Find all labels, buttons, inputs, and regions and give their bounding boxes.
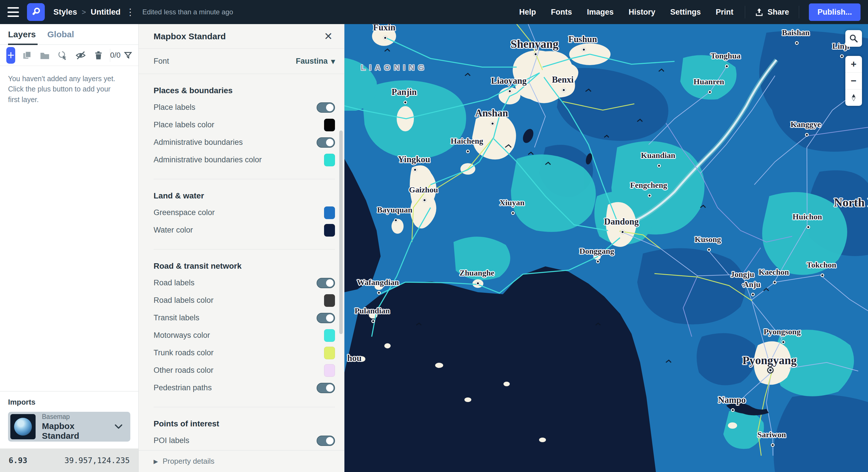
city-dot-gaizhou bbox=[423, 198, 427, 202]
nav-item-history[interactable]: History bbox=[629, 8, 655, 16]
place-labels-color-swatch[interactable] bbox=[324, 119, 335, 131]
city-dot-fengcheng bbox=[648, 194, 652, 198]
select-layer-icon[interactable] bbox=[57, 49, 68, 61]
map-search-button[interactable] bbox=[845, 30, 862, 47]
city-dot-pulandian bbox=[371, 319, 375, 323]
mapbox-logo-icon[interactable] bbox=[27, 3, 45, 21]
menu-icon[interactable] bbox=[7, 7, 19, 17]
city-dot-liaoyang bbox=[508, 90, 512, 93]
motorways-color-swatch[interactable] bbox=[324, 329, 335, 342]
city-dot-fuxin bbox=[383, 36, 387, 40]
toggle-knob bbox=[326, 437, 334, 444]
map-label-liaoyang: Liaoyang bbox=[491, 76, 527, 86]
transit-labels-toggle[interactable] bbox=[317, 313, 335, 323]
map-label-sariwon: Sariwon bbox=[757, 430, 786, 439]
map-label-bayuquan: Bayuquan bbox=[377, 205, 412, 214]
font-select[interactable]: Faustina ▾ bbox=[296, 57, 335, 66]
map-label-kuandian: Kuandian bbox=[641, 151, 675, 160]
map-label-tokchon: Tokchon bbox=[807, 260, 836, 270]
map-label-fushun: Fushun bbox=[568, 34, 597, 44]
panel-scrollbar-thumb[interactable] bbox=[339, 131, 343, 334]
empty-layers-message: You haven't added any layers yet. Click … bbox=[0, 66, 126, 112]
place-labels-toggle[interactable] bbox=[317, 102, 335, 113]
map-label-pyongsong: Pyongsong bbox=[764, 327, 801, 336]
globe-icon bbox=[14, 418, 32, 436]
duplicate-layer-icon[interactable] bbox=[22, 49, 32, 61]
share-button[interactable]: Share bbox=[755, 8, 789, 16]
basemap-import-item[interactable]: Basemap Mapbox Standard bbox=[8, 412, 130, 442]
greenspace-color-swatch[interactable] bbox=[324, 206, 335, 219]
other-roads-color-swatch[interactable] bbox=[324, 364, 335, 377]
map-label-baishan: Baishan bbox=[782, 28, 810, 37]
city-dot-huanren bbox=[708, 90, 712, 94]
mapbox-standard-panel: Mapbox Standard ✕ Font Faustina ▾ Places… bbox=[138, 24, 344, 472]
compass-button[interactable] bbox=[845, 89, 862, 106]
breadcrumb-section[interactable]: Styles bbox=[53, 7, 77, 16]
map-label-kaechon: Kaechon bbox=[758, 268, 789, 277]
poi-labels-label: POI labels bbox=[154, 436, 189, 445]
map-label-gaizhou: Gaizhou bbox=[409, 185, 438, 194]
map-label-jongju: Jongju bbox=[731, 270, 754, 279]
administrative-boundaries-toggle[interactable] bbox=[317, 137, 335, 148]
map-label-haicheng: Haicheng bbox=[451, 136, 484, 146]
add-layer-button[interactable]: + bbox=[6, 47, 15, 64]
water-color-swatch[interactable] bbox=[324, 224, 335, 237]
city-dot-pyongsong bbox=[781, 340, 785, 344]
trunk-roads-color-swatch[interactable] bbox=[324, 347, 335, 359]
publish-button[interactable]: Publish... bbox=[809, 3, 861, 21]
road-labels-color-swatch[interactable] bbox=[324, 294, 335, 307]
section-divider bbox=[154, 179, 335, 179]
hide-layer-eye-off-icon[interactable] bbox=[75, 49, 86, 61]
trunk-roads-color-label: Trunk roads color bbox=[154, 348, 214, 357]
row-motorways-color: Motorways color bbox=[154, 327, 335, 344]
property-details-toggle[interactable]: ▶ Property details bbox=[138, 450, 344, 472]
pedestrian-paths-toggle[interactable] bbox=[317, 383, 335, 393]
chevron-down-icon[interactable] bbox=[114, 424, 123, 430]
tab-global[interactable]: Global bbox=[48, 24, 74, 45]
map-zoom-controls: + − bbox=[845, 56, 862, 106]
close-icon[interactable]: ✕ bbox=[324, 31, 333, 42]
motorways-color-label: Motorways color bbox=[154, 331, 210, 340]
city-dot-panjin bbox=[403, 101, 407, 104]
nav-item-print[interactable]: Print bbox=[716, 8, 733, 16]
zoom-out-button[interactable]: − bbox=[845, 72, 862, 89]
row-other-roads-color: Other roads color bbox=[154, 362, 335, 379]
row-place-labels-color: Place labels color bbox=[154, 116, 335, 134]
road-labels-label: Road labels bbox=[154, 278, 195, 287]
import-kind-label: Basemap bbox=[42, 413, 109, 421]
style-options-kebab-icon[interactable]: ⋮ bbox=[126, 7, 135, 16]
panel-scroll-area[interactable]: Font Faustina ▾ Places & boundariesPlace… bbox=[138, 49, 344, 450]
filter-funnel-icon[interactable] bbox=[124, 51, 132, 59]
toggle-knob bbox=[326, 104, 334, 111]
delete-layer-trash-icon[interactable] bbox=[93, 49, 104, 61]
row-pedestrian-paths: Pedestrian paths bbox=[154, 379, 335, 397]
zoom-in-button[interactable]: + bbox=[845, 56, 862, 72]
section-heading-points-of-interest: Points of interest bbox=[154, 419, 335, 429]
map-label-hou: hou bbox=[347, 353, 362, 363]
poi-labels-toggle[interactable] bbox=[317, 436, 335, 446]
road-labels-color-label: Road labels color bbox=[154, 296, 214, 305]
top-bar: Styles > Untitled ⋮ Edited less than a m… bbox=[0, 0, 868, 24]
tab-layers[interactable]: Layers bbox=[8, 24, 36, 45]
group-folder-icon[interactable] bbox=[39, 49, 50, 61]
toggle-knob bbox=[326, 384, 334, 392]
nav-item-settings[interactable]: Settings bbox=[670, 8, 701, 16]
map-canvas[interactable]: FuxinShenyangFushunBaishanLinjiTonghuaLI… bbox=[344, 24, 868, 472]
style-title[interactable]: Untitled bbox=[91, 7, 121, 16]
row-trunk-roads-color: Trunk roads color bbox=[154, 344, 335, 362]
layer-counter: 0/0 bbox=[110, 51, 121, 60]
nav-item-fonts[interactable]: Fonts bbox=[551, 8, 572, 16]
zoom-level-value: 6.93 bbox=[9, 456, 27, 465]
map-label-liaoning: LIAONING bbox=[361, 63, 428, 72]
nav-item-help[interactable]: Help bbox=[519, 8, 536, 16]
place-labels-color-label: Place labels color bbox=[154, 121, 214, 129]
coordinates-value: 39.957,124.235 bbox=[64, 456, 130, 465]
other-roads-color-label: Other roads color bbox=[154, 366, 214, 375]
nav-item-images[interactable]: Images bbox=[587, 8, 614, 16]
map-statusbar: 6.93 39.957,124.235 bbox=[0, 448, 138, 472]
section-heading-road-transit-network: Road & transit network bbox=[154, 262, 335, 271]
road-labels-toggle[interactable] bbox=[317, 278, 335, 288]
administrative-boundaries-color-swatch[interactable] bbox=[324, 154, 335, 166]
map-label-nampo: Nampo bbox=[718, 395, 746, 405]
row-water-color: Water color bbox=[154, 222, 335, 239]
